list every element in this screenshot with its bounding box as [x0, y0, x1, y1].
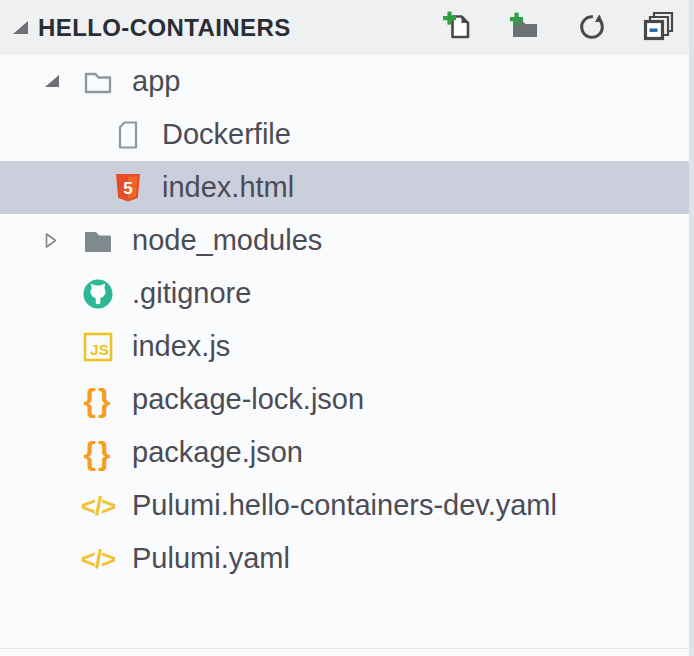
collapse-all-icon [641, 8, 677, 47]
file-label: .gitignore [132, 277, 251, 310]
yaml-code-icon: </> [76, 546, 120, 572]
svg-text:5: 5 [123, 179, 132, 198]
html5-icon: 5 [106, 171, 150, 205]
tree-item-package-lock-json[interactable]: {}package-lock.json [0, 373, 694, 426]
explorer-sidebar: HELLO-CONTAINERS appDockerfile5index.htm… [0, 0, 694, 656]
collapse-all-button[interactable] [640, 9, 678, 47]
file-label: Dockerfile [162, 118, 291, 151]
json-braces-icon: {} [76, 384, 120, 416]
sidebar-bottom-border [0, 648, 694, 649]
js-icon: JS [76, 330, 120, 364]
json-braces-icon: {} [76, 437, 120, 469]
refresh-button[interactable] [573, 9, 611, 47]
section-title: HELLO-CONTAINERS [38, 14, 439, 42]
file-label: index.html [162, 171, 294, 204]
tree-item-pulumi-hello-containers-dev-yaml[interactable]: </>Pulumi.hello-containers-dev.yaml [0, 479, 694, 532]
tree-item-gitignore[interactable]: .gitignore [0, 267, 694, 320]
file-label: index.js [132, 330, 230, 363]
new-file-button[interactable] [439, 9, 477, 47]
tree-item-pulumi-yaml[interactable]: </>Pulumi.yaml [0, 532, 694, 585]
yaml-code-icon: </> [76, 493, 120, 519]
file-label: Pulumi.yaml [132, 542, 290, 575]
tree-item-node-modules[interactable]: node_modules [0, 214, 694, 267]
file-label: app [132, 65, 180, 98]
section-toolbar [439, 9, 678, 47]
tree-item-package-json[interactable]: {}package.json [0, 426, 694, 479]
file-label: package-lock.json [132, 383, 364, 416]
folder-open-icon [76, 65, 120, 99]
file-label: package.json [132, 436, 303, 469]
file-tree: appDockerfile5index.htmlnode_modules.git… [0, 55, 694, 585]
folder-closed-icon [76, 224, 120, 258]
new-folder-icon [507, 8, 543, 47]
chevron-collapsed-icon[interactable] [44, 232, 76, 249]
file-label: node_modules [132, 224, 322, 257]
new-folder-button[interactable] [506, 9, 544, 47]
file-icon [106, 118, 150, 152]
tree-item-dockerfile[interactable]: Dockerfile [0, 108, 694, 161]
refresh-icon [574, 8, 610, 47]
new-file-icon [440, 8, 476, 47]
file-label: Pulumi.hello-containers-dev.yaml [132, 489, 557, 522]
explorer-section-header[interactable]: HELLO-CONTAINERS [0, 0, 694, 55]
tree-item-index-js[interactable]: JSindex.js [0, 320, 694, 373]
github-icon [76, 277, 120, 311]
tree-item-app[interactable]: app [0, 55, 694, 108]
section-chevron-expanded-icon[interactable] [12, 21, 38, 35]
chevron-expanded-icon[interactable] [44, 75, 76, 88]
svg-text:JS: JS [90, 341, 108, 358]
tree-item-index-html[interactable]: 5index.html [0, 161, 694, 214]
